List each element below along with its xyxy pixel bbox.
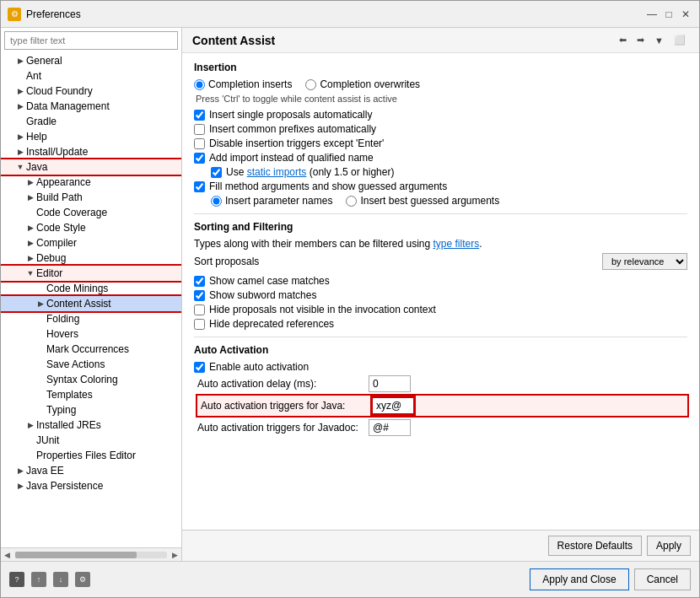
sidebar-item-code-style[interactable]: ▶ Code Style [1, 220, 181, 235]
sidebar-item-label: Typing [46, 404, 76, 416]
sidebar-item-label: Templates [46, 389, 93, 401]
help-icon[interactable]: ? [9, 572, 24, 587]
export-icon[interactable]: ↑ [31, 572, 46, 587]
hide-not-visible-checkbox[interactable] [194, 304, 205, 315]
sidebar-item-properties-files-editor[interactable]: Properties Files Editor [1, 448, 181, 463]
sidebar-item-debug[interactable]: ▶ Debug [1, 251, 181, 266]
back-button[interactable]: ⬅ [616, 33, 630, 47]
sidebar-item-installed-jres[interactable]: ▶ Installed JREs [1, 418, 181, 433]
add-import-checkbox[interactable] [194, 153, 205, 164]
sidebar-item-ant[interactable]: Ant [1, 68, 181, 84]
show-subword-checkbox[interactable] [194, 290, 205, 301]
maximize-button[interactable]: □ [662, 8, 676, 21]
insert-single-label: Insert single proposals automatically [209, 109, 372, 121]
expand-button[interactable]: ⬜ [670, 33, 689, 47]
left-panel: ▶ General Ant ▶ Cloud Foundry ▶ Data Man… [1, 28, 182, 561]
sidebar-item-save-actions[interactable]: Save Actions [1, 357, 181, 372]
sidebar-item-cloud-foundry[interactable]: ▶ Cloud Foundry [1, 84, 181, 99]
auto-activation-triggers-javadoc-row: Auto activation triggers for Javadoc: [197, 419, 687, 436]
auto-activation-delay-input[interactable] [369, 375, 411, 392]
sort-proposals-select[interactable]: by relevance alphabetically [602, 253, 687, 270]
insert-param-names-label: Insert parameter names [225, 195, 332, 207]
apply-close-button[interactable]: Apply and Close [530, 568, 628, 590]
static-imports-link[interactable]: static imports [247, 166, 307, 178]
content-body: Insertion Completion inserts Completion … [182, 53, 699, 530]
spacer-icon [14, 70, 26, 82]
sort-proposals-row: Sort proposals by relevance alphabetical… [194, 253, 687, 270]
sidebar-item-help[interactable]: ▶ Help [1, 129, 181, 144]
insert-single-checkbox[interactable] [194, 110, 205, 121]
sidebar-item-typing[interactable]: Typing [1, 402, 181, 418]
sidebar-item-appearance[interactable]: ▶ Appearance [1, 175, 181, 190]
auto-activation-triggers-javadoc-input[interactable] [369, 419, 411, 436]
chevron-right-icon: ▶ [14, 55, 26, 67]
sidebar-item-label: Hovers [46, 328, 78, 340]
completion-inserts-radio[interactable]: Completion inserts [194, 78, 292, 90]
completion-overwrites-radio[interactable]: Completion overwrites [305, 78, 420, 90]
filter-input[interactable] [4, 31, 178, 50]
type-filters-link[interactable]: type filters [433, 238, 479, 250]
sidebar-item-label: Java [26, 161, 47, 173]
sidebar-item-editor[interactable]: ▼ Editor [1, 266, 181, 281]
filter-text-row: Types along with their members can be fi… [194, 238, 687, 250]
sidebar-item-folding[interactable]: Folding [1, 311, 181, 326]
hide-deprecated-checkbox[interactable] [194, 319, 205, 330]
sidebar-item-java-ee[interactable]: ▶ Java EE [1, 463, 181, 478]
apply-button[interactable]: Apply [647, 536, 691, 556]
import-icon[interactable]: ↓ [53, 572, 68, 587]
cancel-button[interactable]: Cancel [634, 568, 691, 590]
chevron-down-icon: ▼ [14, 161, 26, 173]
show-subword-label: Show subword matches [209, 289, 316, 301]
spacer-icon [35, 374, 46, 385]
sidebar-item-code-minings[interactable]: Code Minings [1, 281, 181, 296]
sidebar-item-build-path[interactable]: ▶ Build Path [1, 190, 181, 205]
sidebar-item-label: Appearance [36, 176, 91, 188]
sidebar-item-content-assist[interactable]: ▶ Content Assist [1, 296, 181, 311]
hide-deprecated-row: Hide deprecated references [194, 318, 687, 330]
insert-common-prefixes-row: Insert common prefixes automatically [194, 123, 687, 135]
window-title: Preferences [26, 8, 640, 20]
sidebar-item-java-persistence[interactable]: ▶ Java Persistence [1, 478, 181, 493]
spacer-icon [35, 328, 46, 340]
minimize-button[interactable]: — [645, 8, 659, 21]
show-camel-case-checkbox[interactable] [194, 276, 205, 287]
auto-activation-section-title: Auto Activation [194, 344, 687, 356]
sidebar-item-data-management[interactable]: ▶ Data Management [1, 99, 181, 114]
sidebar-item-java[interactable]: ▼ Java [1, 159, 181, 175]
sidebar-item-code-coverage[interactable]: Code Coverage [1, 205, 181, 220]
sidebar-item-gradle[interactable]: Gradle [1, 114, 181, 129]
sidebar-item-general[interactable]: ▶ General [1, 53, 181, 68]
spacer-icon [24, 450, 36, 461]
restore-defaults-button[interactable]: Restore Defaults [548, 536, 642, 556]
completion-radio-group: Completion inserts Completion overwrites [194, 78, 687, 90]
right-footer: Restore Defaults Apply [182, 530, 699, 561]
close-button[interactable]: ✕ [679, 8, 692, 21]
disable-triggers-checkbox[interactable] [194, 138, 205, 149]
sidebar-item-label: Java EE [26, 465, 64, 477]
preferences-window: ⚙ Preferences — □ ✕ ▶ General Ant [0, 0, 700, 598]
forward-button[interactable]: ➡ [633, 33, 648, 47]
insert-common-checkbox[interactable] [194, 124, 205, 135]
enable-auto-activation-checkbox[interactable] [194, 362, 205, 373]
dropdown-button[interactable]: ▼ [651, 33, 667, 47]
sidebar-item-junit[interactable]: JUnit [1, 433, 181, 448]
sidebar-item-hovers[interactable]: Hovers [1, 326, 181, 342]
sidebar-item-label: Save Actions [46, 358, 105, 370]
sidebar-item-label: Install/Update [26, 146, 88, 158]
scroll-right-icon[interactable]: ▶ [169, 551, 181, 559]
insert-best-guessed-radio[interactable]: Insert best guessed arguments [346, 195, 499, 207]
sidebar-item-compiler[interactable]: ▶ Compiler [1, 235, 181, 251]
spacer-icon [35, 389, 46, 401]
show-subword-row: Show subword matches [194, 289, 687, 301]
scroll-left-icon[interactable]: ◀ [1, 551, 13, 559]
fill-method-args-checkbox[interactable] [194, 181, 205, 192]
use-static-imports-checkbox[interactable] [211, 167, 222, 178]
disable-insertion-triggers-row: Disable insertion triggers except 'Enter… [194, 137, 687, 149]
preferences-icon[interactable]: ⚙ [75, 572, 90, 587]
sidebar-item-syntax-coloring[interactable]: Syntax Coloring [1, 372, 181, 387]
sidebar-item-templates[interactable]: Templates [1, 387, 181, 402]
auto-activation-triggers-java-input[interactable] [372, 397, 414, 414]
sidebar-item-install-update[interactable]: ▶ Install/Update [1, 144, 181, 159]
insert-param-names-radio[interactable]: Insert parameter names [211, 195, 332, 207]
sidebar-item-mark-occurrences[interactable]: Mark Occurrences [1, 342, 181, 357]
